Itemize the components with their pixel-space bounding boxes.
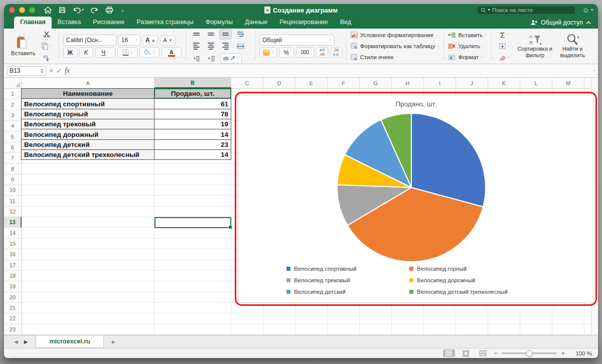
row-header-12[interactable]: 12 bbox=[4, 207, 22, 217]
copy-dropdown-icon[interactable]: ▾ bbox=[50, 44, 52, 48]
column-header-B[interactable]: B bbox=[155, 78, 231, 88]
underline-button[interactable]: Ч▾ bbox=[95, 47, 115, 58]
print-icon[interactable] bbox=[105, 7, 113, 14]
align-top-button[interactable] bbox=[190, 29, 203, 40]
percent-button[interactable]: % bbox=[279, 47, 294, 58]
row-header-15[interactable]: 15 bbox=[4, 239, 22, 249]
insert-cells-button[interactable]: Вставить▾ bbox=[448, 31, 487, 39]
grid-cell[interactable] bbox=[488, 313, 520, 324]
grid-cell[interactable] bbox=[295, 324, 328, 335]
decrease-decimal-button[interactable]: ,00▸,0 bbox=[330, 47, 342, 58]
row-header-14[interactable]: 14 bbox=[4, 228, 22, 238]
decrease-indent-button[interactable] bbox=[190, 53, 203, 64]
bold-button[interactable]: Ж bbox=[63, 47, 77, 58]
select-all-corner[interactable] bbox=[4, 78, 22, 88]
row-header-20[interactable]: 20 bbox=[4, 292, 22, 303]
ribbon-tab-Разметка страницы[interactable]: Разметка страницы bbox=[130, 17, 199, 29]
row-header-17[interactable]: 17 bbox=[4, 260, 22, 271]
grid-cell[interactable] bbox=[155, 281, 231, 292]
row-header-13[interactable]: 13 bbox=[4, 217, 22, 228]
row-header-2[interactable]: 2 bbox=[4, 99, 22, 110]
grid-cell[interactable] bbox=[22, 207, 155, 217]
delete-cells-button[interactable]: Удалить▾ bbox=[448, 42, 487, 50]
grid-cell[interactable] bbox=[155, 163, 231, 174]
number-format-select[interactable]: Общий▾ bbox=[259, 35, 335, 46]
column-header-F[interactable]: F bbox=[328, 78, 360, 88]
row-header-6[interactable]: 6 bbox=[4, 142, 22, 153]
increase-decimal-button[interactable]: ◂,0,00 bbox=[316, 47, 328, 58]
grid-cell[interactable] bbox=[520, 303, 552, 313]
ribbon-tab-Вид[interactable]: Вид bbox=[334, 17, 358, 29]
column-header-M[interactable]: M bbox=[552, 78, 584, 88]
increase-indent-button[interactable] bbox=[205, 53, 218, 64]
table-header-sold[interactable]: Продано, шт. bbox=[154, 88, 231, 99]
row-header-11[interactable]: 11 bbox=[4, 196, 22, 206]
grid-cell[interactable] bbox=[155, 260, 231, 271]
grid-cell[interactable] bbox=[520, 324, 552, 335]
table-cell-name[interactable]: Велосипед детский bbox=[21, 139, 155, 150]
grid-cell[interactable] bbox=[552, 313, 584, 324]
column-header-I[interactable]: I bbox=[424, 78, 456, 88]
table-cell-value[interactable]: 14 bbox=[154, 149, 231, 160]
sheet-tab-active[interactable]: microexcel.ru bbox=[36, 335, 103, 348]
wrap-text-button[interactable] bbox=[234, 29, 247, 40]
cell-styles-button[interactable]: Стили ячеек▾ bbox=[351, 53, 440, 62]
align-right-button[interactable] bbox=[219, 41, 232, 52]
grid-cell[interactable] bbox=[22, 174, 155, 185]
add-sheet-button[interactable]: + bbox=[104, 335, 122, 348]
collapse-ribbon-icon[interactable] bbox=[586, 21, 591, 25]
grid-cell[interactable] bbox=[155, 228, 231, 238]
font-color-button[interactable]: A bbox=[162, 47, 182, 58]
row-header-19[interactable]: 19 bbox=[4, 281, 22, 292]
zoom-slider[interactable] bbox=[502, 352, 557, 354]
grid-cell[interactable] bbox=[360, 313, 392, 324]
zoom-out-button[interactable]: − bbox=[494, 349, 498, 357]
row-header-4[interactable]: 4 bbox=[4, 121, 22, 131]
next-sheet-icon[interactable]: ▶ bbox=[21, 335, 31, 348]
prev-sheet-icon[interactable]: ◀ bbox=[11, 335, 21, 348]
column-header-K[interactable]: K bbox=[488, 78, 520, 88]
ribbon-tab-Рецензирование[interactable]: Рецензирование bbox=[273, 17, 334, 29]
row-header-8[interactable]: 8 bbox=[4, 163, 22, 174]
conditional-formatting-button[interactable]: Условное форматирование▾ bbox=[351, 31, 440, 39]
table-cell-value[interactable]: 19 bbox=[154, 119, 231, 129]
search-scope-icon[interactable]: ▾ bbox=[488, 8, 490, 12]
row-header-3[interactable]: 3 bbox=[4, 110, 22, 121]
pie-chart[interactable]: Продано, шт. Велосипед спортивныйВелосип… bbox=[238, 95, 593, 303]
font-size-select[interactable]: 16▾ bbox=[118, 35, 140, 46]
copy-button[interactable]: ▾ bbox=[39, 41, 55, 52]
normal-view-button[interactable] bbox=[443, 349, 455, 357]
grid-cell[interactable] bbox=[424, 324, 456, 335]
column-header-D[interactable]: D bbox=[263, 78, 295, 88]
ribbon-tab-Вставка[interactable]: Вставка bbox=[52, 17, 87, 29]
grid-cell[interactable] bbox=[328, 313, 360, 324]
grid-cell[interactable] bbox=[392, 313, 424, 324]
grid-cell[interactable] bbox=[424, 303, 456, 313]
grid-cell[interactable] bbox=[552, 303, 584, 313]
grid-cell[interactable] bbox=[360, 324, 392, 335]
row-header-1[interactable]: 1 bbox=[4, 89, 22, 99]
table-cell-name[interactable]: Велосипед горный bbox=[21, 109, 155, 119]
grid-cell[interactable] bbox=[392, 324, 424, 335]
grid-cell[interactable] bbox=[392, 303, 424, 313]
table-header-name[interactable]: Наименование bbox=[21, 88, 155, 99]
grid-cell[interactable] bbox=[263, 324, 295, 335]
row-header-10[interactable]: 10 bbox=[4, 185, 22, 196]
sort-filter-button[interactable]: А Я ▾ Сортировка и фильтр bbox=[517, 34, 553, 58]
cut-button[interactable] bbox=[39, 29, 55, 40]
paste-dropdown-icon[interactable]: ▾ bbox=[28, 36, 30, 40]
grid-cell[interactable] bbox=[22, 281, 155, 292]
column-header-G[interactable]: G bbox=[360, 78, 392, 88]
grid-cell[interactable] bbox=[22, 303, 155, 313]
formula-bar-dropdown-icon[interactable]: ▾ bbox=[593, 69, 595, 73]
grid-cell[interactable] bbox=[22, 196, 155, 206]
ribbon-tab-Формулы[interactable]: Формулы bbox=[200, 17, 239, 29]
grid-cell[interactable] bbox=[155, 207, 231, 217]
zoom-in-button[interactable]: + bbox=[561, 349, 565, 357]
grid-cell[interactable] bbox=[295, 313, 328, 324]
autosum-button[interactable]: Σ▾ bbox=[496, 30, 513, 40]
clear-button[interactable]: ▾ bbox=[496, 53, 513, 63]
grid-cell[interactable] bbox=[22, 185, 155, 196]
table-cell-value[interactable]: 23 bbox=[154, 139, 231, 150]
grid-cell[interactable] bbox=[22, 239, 155, 249]
